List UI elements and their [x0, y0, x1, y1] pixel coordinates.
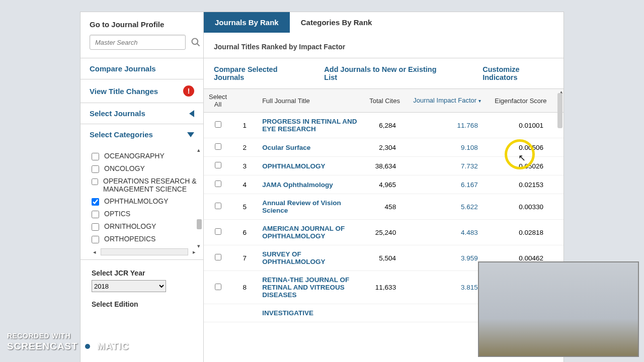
cell-jif[interactable]: 6.167 — [406, 175, 488, 194]
cell-journal-title[interactable]: OPHTHALMOLOGY — [257, 157, 363, 175]
row-checkbox[interactable] — [215, 254, 221, 260]
cell-eigen: 0.05026 — [488, 157, 553, 175]
cell-jif[interactable]: 11.768 — [406, 113, 488, 138]
compare-selected-link[interactable]: Compare Selected Journals — [214, 65, 306, 81]
row-checkbox[interactable] — [215, 228, 221, 235]
row-checkbox[interactable] — [215, 284, 221, 290]
cell-journal-title[interactable]: SURVEY OF OPHTHALMOLOGY — [257, 245, 363, 271]
category-item[interactable]: OCEANOGRAPHY — [92, 152, 197, 160]
customize-indicators-link[interactable]: Customize Indicators — [482, 65, 553, 81]
scroll-up-icon[interactable]: ▴ — [197, 147, 200, 153]
category-item[interactable]: OPHTHALMOLOGY — [92, 197, 197, 206]
horizontal-scrollbar[interactable]: ◂▸ — [92, 247, 197, 256]
logo-icon — [81, 340, 94, 353]
category-label: ONCOLOGY — [104, 164, 145, 172]
page-subtitle: Journal Titles Ranked by Impact Factor — [204, 33, 564, 58]
select-journals-toggle[interactable]: Select Journals — [90, 109, 194, 118]
chevron-down-icon — [187, 132, 194, 137]
cell-jif[interactable]: 3.959 — [406, 245, 488, 271]
tab-bar: Journals By Rank Categories By Rank — [204, 12, 564, 33]
cell-journal-title[interactable]: Ocular Surface — [257, 138, 363, 157]
scroll-down-icon[interactable]: ▾ — [197, 243, 200, 249]
category-item[interactable]: OPERATIONS RESEARCH & MANAGEMENT SCIENCE — [92, 177, 197, 193]
cell-rank: 3 — [232, 157, 257, 175]
table-row: 4JAMA Ophthalmology4,9656.1670.02153 — [204, 175, 564, 194]
sidebar: Go to Journal Profile Compare Journals V… — [80, 12, 204, 362]
row-checkbox[interactable] — [215, 121, 221, 128]
jcr-year-label: Select JCR Year — [92, 269, 203, 277]
cell-total-cites: 25,240 — [363, 220, 406, 245]
tab-categories-by-rank[interactable]: Categories By Rank — [290, 12, 383, 33]
cell-total-cites: 4,965 — [363, 175, 406, 194]
cell-total-cites: 38,634 — [363, 157, 406, 175]
cell-journal-title[interactable]: PROGRESS IN RETINAL AND EYE RESEARCH — [257, 113, 363, 138]
row-checkbox[interactable] — [215, 203, 221, 209]
tab-journals-by-rank[interactable]: Journals By Rank — [204, 12, 290, 33]
chevron-left-icon — [189, 110, 194, 117]
cell-jif[interactable]: 3.815 — [406, 271, 488, 304]
cell-journal-title[interactable]: JAMA Ophthalmology — [257, 175, 363, 194]
cell-journal-title[interactable]: RETINA-THE JOURNAL OF RETINAL AND VITREO… — [257, 271, 363, 304]
cell-eigen: 0.00330 — [488, 194, 553, 220]
category-checkbox[interactable] — [92, 236, 99, 243]
cell-jif[interactable]: 4.483 — [406, 220, 488, 245]
category-label: ORTHOPEDICS — [104, 235, 155, 243]
cell-rank: 6 — [232, 220, 257, 245]
add-to-list-link[interactable]: Add Journals to New or Existing List — [324, 65, 446, 81]
cell-total-cites — [363, 304, 406, 322]
view-title-changes-link[interactable]: View Title Changes ! — [90, 85, 194, 97]
cell-total-cites: 11,633 — [363, 271, 406, 304]
svg-line-1 — [197, 44, 200, 46]
row-checkbox[interactable] — [215, 143, 221, 150]
edition-label: Select Edition — [92, 300, 203, 308]
category-checkbox[interactable] — [92, 178, 98, 186]
table-row: 6AMERICAN JOURNAL OF OPHTHALMOLOGY25,240… — [204, 220, 564, 245]
col-jif[interactable]: Journal Impact Factor ▾ — [406, 89, 488, 113]
cell-total-cites: 458 — [363, 194, 406, 220]
select-categories-toggle[interactable]: Select Categories — [90, 130, 194, 139]
search-icon[interactable] — [191, 37, 201, 47]
table-row: 5Annual Review of Vision Science4585.622… — [204, 194, 564, 220]
cell-journal-title[interactable]: AMERICAN JOURNAL OF OPHTHALMOLOGY — [257, 220, 363, 245]
cell-jif[interactable]: 7.732 — [406, 157, 488, 175]
category-checkbox[interactable] — [92, 223, 99, 231]
sort-down-icon: ▾ — [478, 98, 481, 104]
cell-eigen: 0.00506 — [488, 138, 553, 157]
category-checkbox[interactable] — [92, 198, 99, 206]
cell-rank: 8 — [232, 271, 257, 304]
cell-journal-title[interactable]: Annual Review of Vision Science — [257, 194, 363, 220]
cell-total-cites: 6,284 — [363, 113, 406, 138]
category-item[interactable]: ONCOLOGY — [92, 164, 197, 173]
category-item[interactable]: OPTICS — [92, 210, 197, 218]
cell-journal-title[interactable]: INVESTIGATIVE — [257, 304, 363, 322]
cell-total-cites: 5,504 — [363, 245, 406, 271]
cell-rank: 5 — [232, 194, 257, 220]
row-checkbox[interactable] — [215, 162, 221, 168]
compare-journals-link[interactable]: Compare Journals — [90, 64, 194, 73]
category-label: ORNITHOLOGY — [104, 222, 156, 230]
table-row: 2Ocular Surface2,3049.1080.00506 — [204, 138, 564, 157]
row-checkbox[interactable] — [215, 180, 221, 187]
col-cites: Total Cites — [363, 89, 406, 113]
category-item[interactable]: ORNITHOLOGY — [92, 222, 197, 231]
cell-rank: 7 — [232, 245, 257, 271]
jcr-year-select[interactable]: 2018 — [92, 280, 166, 292]
category-label: OCEANOGRAPHY — [104, 152, 165, 160]
col-title: Full Journal Title — [257, 89, 363, 113]
col-select-all[interactable]: Select All — [204, 89, 232, 113]
cell-rank: 2 — [232, 138, 257, 157]
cell-rank — [232, 304, 257, 322]
cell-jif[interactable]: 5.622 — [406, 194, 488, 220]
cell-jif[interactable] — [406, 304, 488, 322]
cell-rank: 1 — [232, 113, 257, 138]
scrollbar-thumb[interactable] — [197, 219, 202, 229]
category-checkbox[interactable] — [92, 153, 99, 160]
category-checkbox[interactable] — [92, 165, 99, 173]
master-search-input[interactable] — [90, 35, 186, 50]
webcam-overlay — [478, 261, 639, 357]
cell-eigen: 0.01001 — [488, 113, 553, 138]
category-item[interactable]: ORTHOPEDICS — [92, 235, 197, 243]
table-scrollbar-thumb[interactable] — [557, 93, 562, 128]
category-checkbox[interactable] — [92, 211, 99, 218]
cell-jif[interactable]: 9.108 — [406, 138, 488, 157]
